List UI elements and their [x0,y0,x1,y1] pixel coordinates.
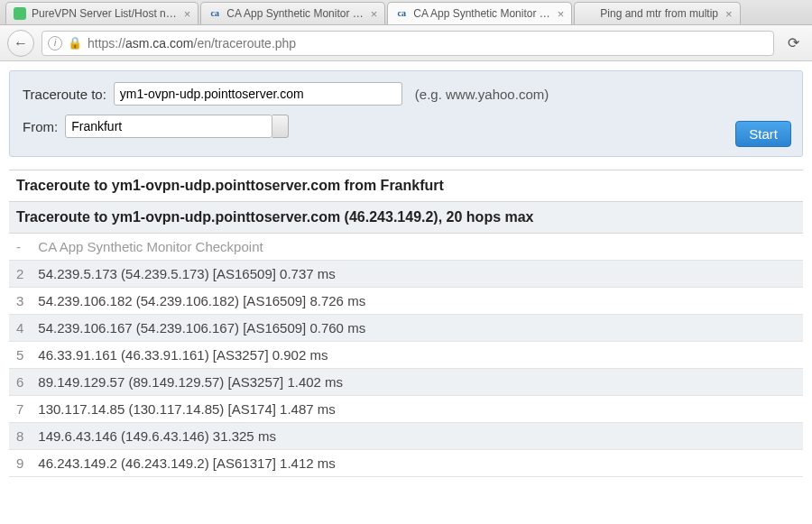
browser-tab[interactable]: caCA App Synthetic Monitor …× [200,2,385,24]
hop-number: 7 [9,396,31,423]
hop-detail: 46.33.91.161 (46.33.91.161) [AS3257] 0.9… [31,342,803,369]
close-icon[interactable]: × [184,7,191,21]
ca-favicon-icon: ca [395,7,408,20]
table-row: -CA App Synthetic Monitor Checkpoint [9,234,803,261]
browser-tab[interactable]: caCA App Synthetic Monitor …× [387,2,572,24]
from-dropdown-button[interactable] [272,115,289,138]
hop-number: 6 [9,369,31,396]
reload-button[interactable]: ⟳ [781,34,805,51]
traceroute-tbody: -CA App Synthetic Monitor Checkpoint254.… [9,234,803,477]
url-path: /en/traceroute.php [194,36,297,51]
info-icon[interactable]: i [48,36,62,51]
url-text: https://asm.ca.com/en/traceroute.php [88,36,296,51]
hop-detail: CA App Synthetic Monitor Checkpoint [31,234,803,261]
browser-toolbar: ← i 🔒 https://asm.ca.com/en/traceroute.p… [0,25,812,61]
hop-number: 9 [9,450,31,477]
ca-favicon-icon: ca [208,7,221,20]
hop-number: - [9,234,31,261]
table-row: 354.239.106.182 (54.239.106.182) [AS1650… [9,288,803,315]
browser-tab[interactable]: Ping and mtr from multip× [574,2,740,24]
hop-number: 4 [9,315,31,342]
url-host: asm.ca.com [125,36,193,51]
back-button[interactable]: ← [7,30,34,57]
host-hint: (e.g. www.yahoo.com) [415,87,549,102]
tab-label: PureVPN Server List/Host n… [32,7,177,20]
hop-number: 5 [9,342,31,369]
table-row: 454.239.106.167 (54.239.106.167) [AS1650… [9,315,803,342]
traceroute-table: -CA App Synthetic Monitor Checkpoint254.… [9,234,803,477]
hop-detail: 54.239.5.173 (54.239.5.173) [AS16509] 0.… [31,261,803,288]
close-icon[interactable]: × [558,7,565,21]
url-bar[interactable]: i 🔒 https://asm.ca.com/en/traceroute.php [42,31,774,56]
traceroute-host-input[interactable] [114,82,402,106]
tab-label: CA App Synthetic Monitor … [226,7,363,20]
hop-detail: 130.117.14.85 (130.117.14.85) [AS174] 1.… [31,396,803,423]
hop-detail: 46.243.149.2 (46.243.149.2) [AS61317] 1.… [31,450,803,477]
hop-detail: 149.6.43.146 (149.6.43.146) 31.325 ms [31,423,803,450]
browser-tabstrip: PureVPN Server List/Host n…×caCA App Syn… [0,0,812,25]
from-label: From: [23,119,58,134]
traceroute-form-panel: Traceroute to: (e.g. www.yahoo.com) From… [9,70,803,157]
purevpn-favicon-icon [14,7,26,20]
table-row: 546.33.91.161 (46.33.91.161) [AS3257] 0.… [9,342,803,369]
hop-number: 3 [9,288,31,315]
table-row: 7130.117.14.85 (130.117.14.85) [AS174] 1… [9,396,803,423]
url-scheme: https:// [88,36,125,51]
results-section: Traceroute to ym1-ovpn-udp.pointtoserver… [9,170,803,477]
from-location-input[interactable] [65,115,272,138]
close-icon[interactable]: × [371,7,378,21]
tab-label: CA App Synthetic Monitor … [413,7,549,20]
start-button[interactable]: Start [735,121,791,147]
results-heading: Traceroute to ym1-ovpn-udp.pointtoserver… [9,170,803,202]
hop-detail: 89.149.129.57 (89.149.129.57) [AS3257] 1… [31,369,803,396]
results-subheading: Traceroute to ym1-ovpn-udp.pointtoserver… [9,202,803,234]
tab-label: Ping and mtr from multip [600,7,718,20]
close-icon[interactable]: × [725,7,733,21]
lock-icon: 🔒 [68,36,82,50]
table-row: 946.243.149.2 (46.243.149.2) [AS61317] 1… [9,450,803,477]
hop-detail: 54.239.106.167 (54.239.106.167) [AS16509… [31,315,803,342]
browser-tab[interactable]: PureVPN Server List/Host n…× [5,2,198,24]
hop-number: 2 [9,261,31,288]
blank-favicon-icon [582,7,595,20]
table-row: 8149.6.43.146 (149.6.43.146) 31.325 ms [9,423,803,450]
reload-icon: ⟳ [788,35,799,51]
traceroute-to-label: Traceroute to: [23,87,106,102]
table-row: 689.149.129.57 (89.149.129.57) [AS3257] … [9,369,803,396]
page-body: Traceroute to: (e.g. www.yahoo.com) From… [0,61,812,486]
table-row: 254.239.5.173 (54.239.5.173) [AS16509] 0… [9,261,803,288]
arrow-left-icon: ← [14,35,28,51]
hop-number: 8 [9,423,31,450]
hop-detail: 54.239.106.182 (54.239.106.182) [AS16509… [31,288,803,315]
